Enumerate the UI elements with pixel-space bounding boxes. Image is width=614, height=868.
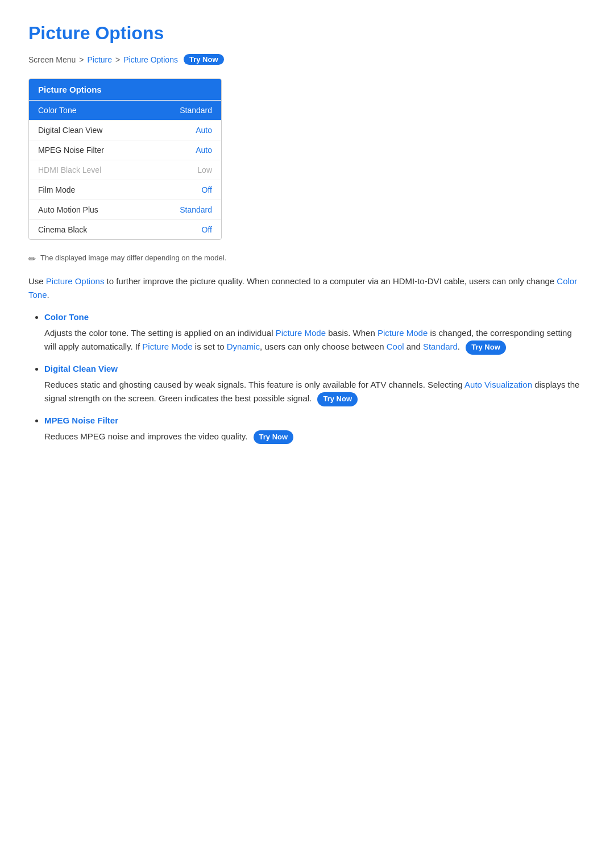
menu-row-hdmi-black-level: HDMI Black Level Low [29, 160, 221, 180]
menu-row-cinema-black[interactable]: Cinema Black Off [29, 219, 221, 239]
ct-link-picture-mode-2[interactable]: Picture Mode [377, 328, 428, 338]
ct-link-picture-mode-3[interactable]: Picture Mode [142, 342, 192, 351]
section-body-color-tone: Adjusts the color tone. The setting is a… [44, 326, 586, 355]
menu-value-film-mode: Off [202, 185, 212, 194]
menu-row-auto-motion-plus[interactable]: Auto Motion Plus Standard [29, 200, 221, 219]
ct-text6: and [404, 342, 423, 351]
intro-link-picture-options[interactable]: Picture Options [46, 276, 105, 286]
section-title-digital-clean-view: Digital Clean View [44, 364, 586, 373]
menu-label-color-tone: Color Tone [38, 106, 76, 115]
menu-row-digital-clean-view[interactable]: Digital Clean View Auto [29, 120, 221, 140]
section-title-mpeg-noise-filter: MPEG Noise Filter [44, 416, 586, 425]
sections-list: Color Tone Adjusts the color tone. The s… [28, 312, 586, 444]
menu-value-mpeg-noise-filter: Auto [196, 146, 212, 155]
section-body-digital-clean-view: Reduces static and ghosting caused by we… [44, 378, 586, 406]
ct-link-picture-mode-1[interactable]: Picture Mode [276, 328, 326, 338]
section-title-color-tone: Color Tone [44, 312, 586, 322]
ct-link-standard[interactable]: Standard [423, 342, 458, 351]
intro-text-after: . [47, 290, 49, 300]
menu-row-film-mode[interactable]: Film Mode Off [29, 180, 221, 200]
menu-label-auto-motion-plus: Auto Motion Plus [38, 205, 98, 214]
menu-header: Picture Options [29, 79, 221, 100]
menu-value-digital-clean-view: Auto [196, 126, 212, 135]
breadcrumb-picture-options[interactable]: Picture Options [123, 55, 178, 64]
mnf-text1: Reduces MPEG noise and improves the vide… [44, 431, 250, 441]
ct-text1: Adjusts the color tone. The setting is a… [44, 328, 276, 338]
intro-text-before: Use [28, 276, 46, 286]
menu-value-auto-motion-plus: Standard [180, 205, 212, 214]
menu-label-cinema-black: Cinema Black [38, 225, 87, 234]
intro-paragraph: Use Picture Options to further improve t… [28, 275, 586, 302]
breadcrumb-screen-menu: Screen Menu [28, 55, 76, 64]
menu-label-digital-clean-view: Digital Clean View [38, 126, 102, 135]
section-color-tone: Color Tone Adjusts the color tone. The s… [44, 312, 586, 355]
breadcrumb-try-now-badge[interactable]: Try Now [184, 54, 224, 65]
note-row: ✏ The displayed image may differ dependi… [28, 254, 586, 264]
breadcrumb-separator-1: > [79, 55, 84, 64]
ct-link-dynamic[interactable]: Dynamic [227, 342, 260, 351]
pencil-icon: ✏ [28, 254, 36, 264]
note-text: The displayed image may differ depending… [40, 254, 226, 262]
menu-value-cinema-black: Off [202, 225, 212, 234]
picture-options-menu: Picture Options Color Tone Standard Digi… [28, 78, 222, 240]
section-body-mpeg-noise-filter: Reduces MPEG noise and improves the vide… [44, 430, 586, 445]
ct-text2: basis. When [326, 328, 377, 338]
menu-value-hdmi-black-level: Low [197, 165, 212, 175]
intro-text-middle: to further improve the picture quality. … [104, 276, 557, 286]
menu-row-color-tone[interactable]: Color Tone Standard [29, 100, 221, 120]
menu-label-film-mode: Film Mode [38, 185, 75, 194]
page-title: Picture Options [28, 23, 586, 44]
ct-text5: , users can only choose between [260, 342, 387, 351]
ct-try-now-badge[interactable]: Try Now [466, 340, 506, 355]
menu-label-hdmi-black-level: HDMI Black Level [38, 165, 101, 175]
breadcrumb-picture[interactable]: Picture [87, 55, 112, 64]
breadcrumb-separator-2: > [115, 55, 120, 64]
ct-link-cool[interactable]: Cool [387, 342, 404, 351]
ct-text7: . [458, 342, 462, 351]
ct-text4: is set to [193, 342, 227, 351]
breadcrumb: Screen Menu > Picture > Picture Options … [28, 54, 586, 65]
menu-label-mpeg-noise-filter: MPEG Noise Filter [38, 146, 104, 155]
dcv-link-auto-visualization[interactable]: Auto Visualization [464, 380, 532, 389]
dcv-text1: Reduces static and ghosting caused by we… [44, 380, 464, 389]
section-digital-clean-view: Digital Clean View Reduces static and gh… [44, 364, 586, 406]
dcv-try-now-badge[interactable]: Try Now [317, 392, 358, 406]
mnf-try-now-badge[interactable]: Try Now [254, 430, 294, 445]
section-mpeg-noise-filter: MPEG Noise Filter Reduces MPEG noise and… [44, 416, 586, 445]
menu-row-mpeg-noise-filter[interactable]: MPEG Noise Filter Auto [29, 140, 221, 160]
menu-value-color-tone: Standard [180, 106, 212, 115]
